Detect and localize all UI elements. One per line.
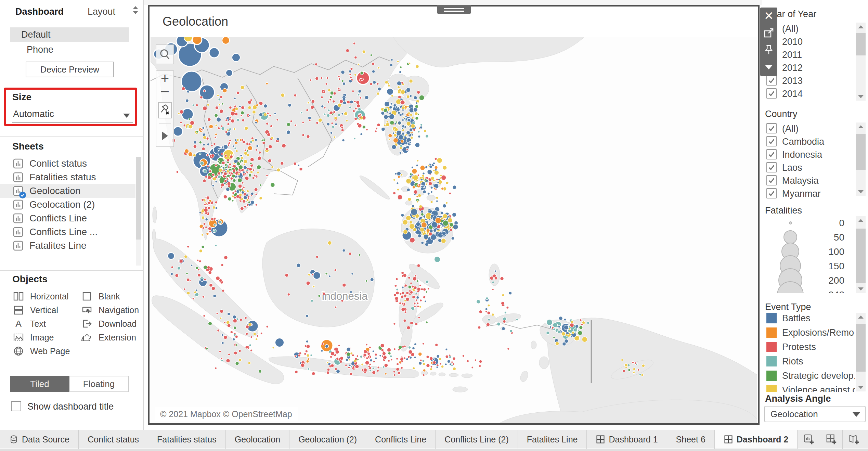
filter-checkbox[interactable]	[766, 149, 777, 159]
event-type-legend-item[interactable]: Strategic develop..	[766, 370, 855, 383]
scroll-up-icon[interactable]	[856, 123, 866, 131]
filter-panel: Year of Year (All)20102011201220132014 C…	[762, 0, 868, 430]
scrollbar-thumb[interactable]	[136, 157, 141, 240]
sheets-header: Sheets	[12, 141, 44, 152]
fatalities-scrollbar[interactable]	[856, 216, 866, 293]
tab-label: Geolocation	[235, 430, 280, 449]
sheet-tab-geolocation[interactable]: Geolocation	[226, 430, 289, 449]
legend-color-swatch	[766, 342, 777, 352]
sheet-tab-fatalites-line[interactable]: Fatalites Line	[518, 430, 587, 449]
horizontal-icon	[13, 291, 24, 302]
sheet-tab-sheet-6[interactable]: Sheet 6	[667, 430, 715, 449]
scrollbar-thumb[interactable]	[856, 33, 866, 55]
legend-color-swatch	[766, 371, 777, 381]
zoom-out-button[interactable]: −	[156, 86, 173, 99]
sheet-list-item[interactable]: Conflicts Line	[0, 211, 135, 225]
tab-layout[interactable]: Layout	[88, 2, 115, 21]
sheet-tab-conflicts-line-2-[interactable]: Conflicts Line (2)	[436, 430, 518, 449]
tiled-button[interactable]: Tiled	[10, 376, 69, 392]
map-pin-reset-button[interactable]	[158, 102, 172, 118]
sheet-list-item[interactable]: Conlict status	[0, 157, 135, 170]
size-legend-circle	[783, 230, 797, 244]
sheet-tab-data-source[interactable]: Data Source	[0, 430, 79, 449]
legend-item-label: Battles	[782, 312, 811, 324]
event-type-legend-item[interactable]: Violence against c	[766, 384, 855, 392]
pane-tab-strip: Dashboard Layout	[0, 2, 144, 21]
device-preview-button[interactable]: Device Preview	[26, 62, 114, 77]
analysis-angle-dropdown[interactable]: Geolocation	[764, 406, 866, 422]
vertical-icon	[13, 305, 24, 315]
sheet-tab-dashboard-1[interactable]: Dashboard 1	[587, 430, 667, 449]
filter-item: Cambodia	[766, 136, 855, 149]
dashboard-pane: Dashboard Layout Default Phone Device Pr…	[0, 0, 144, 430]
chevron-down-icon[interactable]	[760, 59, 777, 75]
scroll-down-icon[interactable]	[856, 92, 866, 101]
map-attribution: © 2021 Mapbox © OpenStreetMap	[155, 407, 298, 421]
country-scrollbar[interactable]	[856, 123, 866, 196]
filter-checkbox[interactable]	[766, 162, 777, 172]
tab-dashboard[interactable]: Dashboard	[15, 2, 64, 21]
sheet-list-item-label: Fatalities status	[29, 170, 96, 184]
object-item-label: Vertical	[30, 303, 58, 317]
webpage-icon	[13, 346, 24, 357]
pane-sort-icon[interactable]	[133, 6, 139, 17]
filter-item: 2014	[766, 88, 855, 101]
scroll-up-icon[interactable]	[856, 313, 866, 321]
sheet-list-item[interactable]: Fatalities status	[0, 170, 135, 184]
open-in-new-icon[interactable]	[760, 25, 777, 41]
sheet-tab-conlict-status[interactable]: Conlict status	[79, 430, 148, 449]
show-dashboard-title-checkbox[interactable]	[11, 401, 21, 411]
scroll-up-icon[interactable]	[856, 23, 866, 31]
size-dropdown[interactable]: Automatic	[13, 109, 133, 122]
filter-checkbox[interactable]	[766, 175, 777, 185]
scrollbar-thumb[interactable]	[856, 229, 866, 283]
pin-icon[interactable]	[760, 42, 777, 58]
dropdown-separator	[849, 407, 849, 422]
sheet-tab-fatalities-status[interactable]: Fatalities status	[148, 430, 226, 449]
scrollbar-thumb[interactable]	[856, 324, 866, 372]
year-scrollbar[interactable]	[856, 23, 866, 101]
sheet-list-item[interactable]: Fatalites Line	[0, 239, 135, 253]
filter-checkbox[interactable]	[766, 123, 777, 133]
sheet-title: Geolocation	[163, 14, 228, 29]
filter-checkbox[interactable]	[766, 88, 777, 99]
sheet-tab-geolocation-2-[interactable]: Geolocation (2)	[289, 430, 366, 449]
filter-checkbox[interactable]	[766, 75, 777, 86]
map-toolbar-expand-button[interactable]	[156, 127, 173, 144]
event-type-legend-item[interactable]: Protests	[766, 341, 855, 354]
sheet-tab-dashboard-2[interactable]: Dashboard 2	[715, 430, 798, 449]
device-default-item[interactable]: Default	[10, 27, 129, 42]
device-phone-item[interactable]: Phone	[10, 42, 129, 57]
close-icon[interactable]: ✕	[760, 8, 777, 24]
event-type-legend-item[interactable]: Explosions/Remo..	[766, 326, 855, 339]
map-search-button[interactable]	[156, 44, 174, 64]
scrollbar-thumb[interactable]	[856, 134, 866, 170]
floating-button[interactable]: Floating	[69, 376, 129, 392]
event-type-scrollbar[interactable]	[856, 313, 866, 391]
sheet-tab-conflicts-line[interactable]: Conflicts Line	[366, 430, 436, 449]
sheet-list-item[interactable]: Geolocation (2)	[0, 198, 135, 211]
sheet-list-item[interactable]: Conflicts Line ...	[0, 225, 135, 239]
event-type-legend-item[interactable]: Battles	[766, 312, 855, 325]
zone-drag-handle[interactable]	[437, 5, 471, 14]
new-story-button[interactable]	[843, 430, 865, 449]
event-type-legend-item[interactable]: Riots	[766, 355, 855, 368]
size-legend-value: 50	[817, 232, 844, 243]
sheet-list-item-label: Geolocation (2)	[29, 198, 95, 211]
worksheet-icon	[13, 241, 23, 251]
scroll-down-icon[interactable]	[856, 383, 866, 391]
sheet-in-use-badge	[19, 192, 26, 198]
status-strip	[0, 449, 868, 451]
new-worksheet-button[interactable]	[798, 430, 820, 449]
scroll-down-icon[interactable]	[856, 188, 866, 196]
tab-label: Dashboard 2	[737, 430, 788, 449]
sheets-scrollbar[interactable]	[136, 157, 141, 266]
filter-checkbox[interactable]	[766, 188, 777, 198]
map-view[interactable]: Indonesia	[151, 37, 757, 423]
sheet-list-item[interactable]: Geolocation	[0, 184, 135, 198]
legend-color-swatch	[766, 356, 777, 366]
scroll-down-icon[interactable]	[856, 285, 866, 293]
scroll-up-icon[interactable]	[856, 216, 866, 224]
filter-checkbox[interactable]	[766, 136, 777, 146]
new-dashboard-button[interactable]	[820, 430, 843, 449]
